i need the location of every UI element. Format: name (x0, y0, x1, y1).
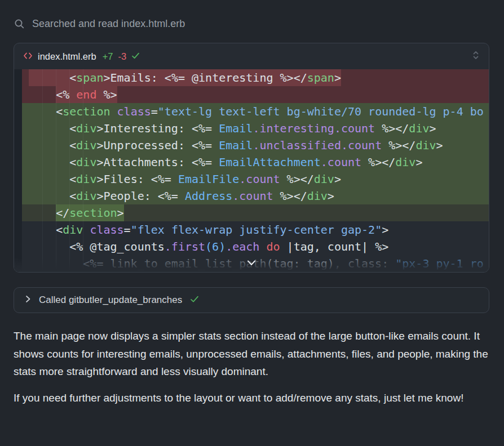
code-line: <div class="flex flex-wrap justify-cente… (22, 221, 489, 238)
code-line: <div>Interesting: <%= Email.interesting.… (22, 120, 489, 137)
scroll-more-chevron-down-icon[interactable] (246, 258, 257, 269)
tool-summary-row[interactable]: Searched and read index.html.erb (0, 0, 504, 30)
chevron-right-icon (25, 295, 31, 306)
indent-guide (69, 69, 70, 272)
code-line: <% end %> (22, 86, 489, 103)
search-icon (14, 19, 25, 29)
tool-call-gitbutler-update-branches[interactable]: Called gitbutler_update_branches (14, 287, 489, 313)
code-gutter (14, 69, 22, 272)
answer-paragraph: The main page now displays a simpler sta… (14, 327, 489, 381)
indent-guide (42, 69, 43, 272)
code-line: <span>Emails: <%= @interesting %></span> (22, 69, 489, 86)
tool-call-label: Called gitbutler_update_branches (39, 295, 182, 306)
panel-expand-icon[interactable] (472, 50, 480, 63)
code-line: <div>Files: <%= EmailFile.count %></div> (22, 171, 489, 188)
diff-deletions-count: -3 (118, 51, 126, 62)
diff-filename: index.html.erb (38, 51, 96, 62)
code-diff-panel: index.html.erb +7 -3 <span>Emails: <%= @… (14, 43, 489, 273)
code-panel-header[interactable]: index.html.erb +7 -3 (14, 43, 489, 69)
code-diff-area[interactable]: <span>Emails: <%= @interesting %></span>… (14, 69, 489, 272)
answer-paragraph: If you need further adjustments to the l… (14, 389, 489, 407)
tool-call-check-icon (190, 295, 199, 306)
indent-guide (56, 69, 56, 272)
code-lines: <span>Emails: <%= @interesting %></span>… (14, 69, 489, 272)
code-line: </section> (22, 204, 489, 221)
code-line: <section class="text-lg text-left bg-whi… (22, 103, 489, 120)
diff-additions-count: +7 (103, 51, 113, 62)
indent-guide (83, 69, 83, 272)
code-line: <div>People: <%= Address.count %></div> (22, 188, 489, 204)
tool-summary-label: Searched and read index.html.erb (32, 18, 185, 30)
code-file-icon (23, 51, 33, 62)
code-line: <div>Attachments: <%= EmailAttachment.co… (22, 154, 489, 171)
assistant-answer: The main page now displays a simpler sta… (14, 327, 489, 407)
diff-success-check-icon (131, 51, 140, 62)
code-line: <div>Unprocessed: <%= Email.unclassified… (22, 137, 489, 154)
code-line: <% @tag_counts.first(6).each do |tag, co… (22, 238, 489, 255)
